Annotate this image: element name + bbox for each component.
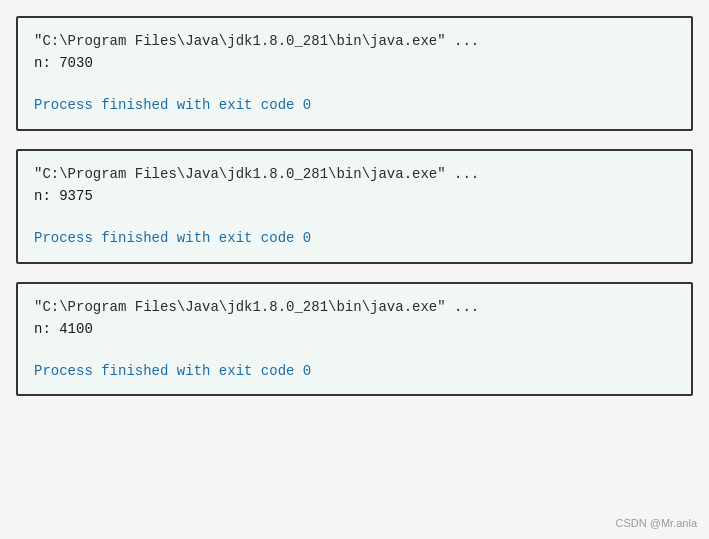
blank-line-3 [34,340,675,360]
command-line-2: "C:\Program Files\Java\jdk1.8.0_281\bin\… [34,163,675,185]
output-line-3: n: 4100 [34,318,675,340]
process-line-3: Process finished with exit code 0 [34,360,675,382]
watermark: CSDN @Mr.anla [616,517,697,529]
blank-line-2 [34,208,675,228]
process-line-1: Process finished with exit code 0 [34,94,675,116]
process-line-2: Process finished with exit code 0 [34,227,675,249]
command-line-1: "C:\Program Files\Java\jdk1.8.0_281\bin\… [34,30,675,52]
command-line-3: "C:\Program Files\Java\jdk1.8.0_281\bin\… [34,296,675,318]
console-box-1: "C:\Program Files\Java\jdk1.8.0_281\bin\… [16,16,693,131]
output-line-2: n: 9375 [34,185,675,207]
output-line-1: n: 7030 [34,52,675,74]
console-box-3: "C:\Program Files\Java\jdk1.8.0_281\bin\… [16,282,693,397]
blank-line-1 [34,75,675,95]
console-box-2: "C:\Program Files\Java\jdk1.8.0_281\bin\… [16,149,693,264]
